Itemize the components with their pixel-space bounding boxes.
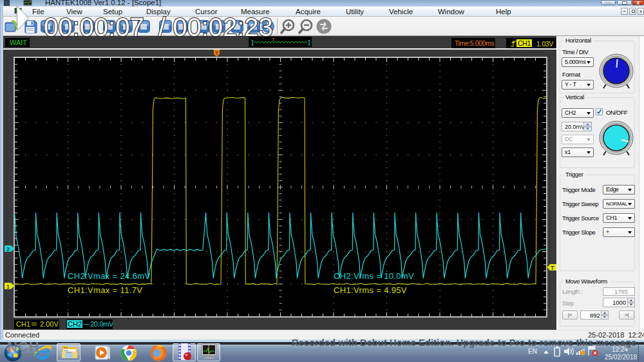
svg-text:CH1:Vrms = 4.95V: CH1:Vrms = 4.95V	[334, 285, 407, 295]
svg-text:1: 1	[6, 283, 10, 290]
svg-text:CH1:Vmax = 11.7V: CH1:Vmax = 11.7V	[68, 285, 142, 295]
svg-text:CH2:Vmax = 24.6mV: CH2:Vmax = 24.6mV	[68, 271, 150, 281]
svg-text:2: 2	[6, 246, 10, 252]
svg-text:T: T	[551, 265, 554, 271]
svg-text:CH2:Vrms = 10.0mV: CH2:Vrms = 10.0mV	[334, 271, 414, 281]
svg-text:T: T	[215, 50, 218, 56]
